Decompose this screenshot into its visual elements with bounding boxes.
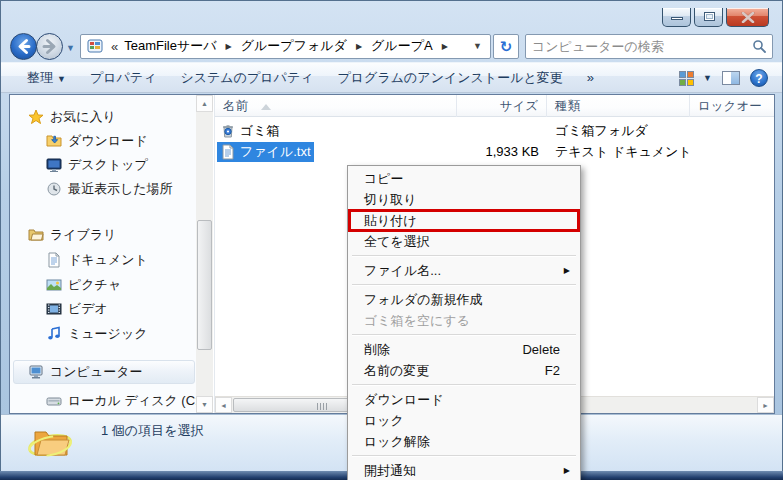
sidebar-item-pictures[interactable]: ピクチャ (46, 275, 121, 295)
breadcrumb-item-server[interactable]: TeamFileサーバ (122, 37, 218, 55)
text-file-icon (220, 144, 236, 160)
breadcrumb-item-groupfolder[interactable]: グループフォルダ (239, 37, 349, 55)
column-header-size[interactable]: サイズ (457, 95, 547, 117)
sidebar-item-downloads[interactable]: ダウンロード (46, 131, 148, 151)
recent-places-icon (46, 181, 62, 197)
file-row-recycle-bin[interactable]: ゴミ箱 ゴミ箱フォルダ (215, 121, 774, 141)
scroll-up-icon[interactable]: ▲ (196, 95, 213, 112)
organize-menu-button[interactable]: 整理▼ (15, 69, 78, 87)
menu-separator (350, 452, 578, 460)
menu-item-cut[interactable]: 切り取り (350, 189, 578, 210)
chevron-down-icon: ▼ (57, 74, 66, 84)
scrollbar-thumb[interactable] (197, 220, 212, 350)
submenu-arrow-icon: ▶ (564, 260, 570, 281)
film-icon (46, 301, 62, 317)
breadcrumb-overflow[interactable]: « (111, 39, 118, 54)
forward-arrow-icon (37, 34, 62, 59)
context-menu: コピー 切り取り 貼り付け 全てを選択 ファイル名... ▶ フォルダの新規作成… (347, 165, 581, 480)
breadcrumb-separator-icon[interactable]: ▶ (219, 42, 239, 51)
sidebar-item-libraries[interactable]: ライブラリ (28, 225, 117, 245)
preview-pane-button[interactable] (722, 71, 740, 85)
sidebar-item-music[interactable]: ミュージック (46, 324, 148, 344)
menu-item-empty-recycle-bin: ゴミ箱を空にする (350, 310, 578, 331)
minimize-icon (671, 17, 683, 20)
disk-drive-icon (46, 393, 62, 409)
address-dropdown-icon[interactable]: ▼ (469, 41, 486, 51)
sidebar-item-recent-places[interactable]: 最近表示した場所 (46, 179, 173, 199)
sidebar-item-videos[interactable]: ビデオ (46, 299, 108, 319)
menu-shortcut: Delete (522, 339, 560, 360)
menu-separator (350, 381, 578, 389)
menu-item-download[interactable]: ダウンロード (350, 389, 578, 410)
sort-ascending-icon (261, 104, 271, 110)
menu-item-copy[interactable]: コピー (350, 168, 578, 189)
column-header-type[interactable]: 種類 (547, 95, 690, 117)
recycle-bin-icon (220, 123, 236, 139)
nav-buttons: ▼ (10, 33, 72, 60)
back-button[interactable] (10, 33, 37, 60)
scroll-right-icon[interactable]: ► (757, 397, 774, 413)
computer-icon (28, 364, 44, 380)
submenu-arrow-icon: ▶ (564, 460, 570, 480)
change-view-button[interactable]: ▼ (679, 69, 712, 85)
column-label: 名前 (223, 99, 248, 113)
menu-item-paste[interactable]: 貼り付け (350, 210, 578, 231)
system-properties-button[interactable]: システムのプロパティ (168, 69, 325, 87)
menu-item-open-notification[interactable]: 開封通知 ▶ (350, 460, 578, 480)
file-row-file-txt[interactable]: ファイル.txt 1,933 KB テキスト ドキュメント (215, 142, 774, 162)
menu-item-delete[interactable]: 削除 Delete (350, 339, 578, 360)
music-note-icon (46, 326, 62, 342)
search-input[interactable] (532, 39, 752, 54)
sidebar-scrollbar[interactable]: ▲ ▼ (196, 95, 213, 413)
scroll-down-icon[interactable]: ▼ (196, 396, 213, 413)
organize-label: 整理 (27, 70, 53, 85)
menu-label: 名前の変更 (364, 363, 429, 378)
teamfile-folder-icon (27, 423, 73, 463)
menu-item-select-all[interactable]: 全てを選択 (350, 231, 578, 252)
help-button[interactable]: ? (750, 69, 768, 87)
star-icon (28, 109, 44, 125)
refresh-button[interactable]: ↻ (493, 34, 519, 59)
menu-item-new-folder[interactable]: フォルダの新規作成 (350, 289, 578, 310)
sidebar-label: ピクチャ (68, 276, 121, 294)
menu-item-lock[interactable]: ロック (350, 410, 578, 431)
menu-item-unlock[interactable]: ロック解除 (350, 431, 578, 452)
sidebar-item-favorites[interactable]: お気に入り (28, 107, 116, 127)
minimize-button[interactable] (662, 8, 691, 27)
sidebar-label: デスクトップ (68, 156, 148, 174)
sidebar-label: 最近表示した場所 (68, 180, 173, 198)
menu-item-rename[interactable]: 名前の変更 F2 (350, 360, 578, 381)
sidebar-label: お気に入り (50, 108, 116, 126)
scroll-left-icon[interactable]: ◄ (215, 397, 232, 413)
sidebar-item-documents[interactable]: ドキュメント (46, 250, 148, 270)
column-header-name[interactable]: 名前 (215, 95, 457, 117)
location-icon (87, 38, 103, 54)
sidebar-item-computer[interactable]: コンピューター (28, 362, 143, 382)
menu-label: ファイル名... (364, 263, 441, 278)
column-header-lockowner[interactable]: ロックオー (690, 95, 783, 117)
navigation-pane: お気に入り ダウンロード デスクトップ (10, 95, 213, 413)
views-grid-icon (679, 71, 694, 86)
restore-button[interactable] (694, 8, 723, 27)
breadcrumb-item-groupa[interactable]: グループA (369, 37, 435, 55)
menu-item-filename[interactable]: ファイル名... ▶ (350, 260, 578, 281)
sidebar-item-desktop[interactable]: デスクトップ (46, 155, 148, 175)
uninstall-program-button[interactable]: プログラムのアンインストールと変更 (326, 69, 575, 87)
close-icon (741, 12, 755, 23)
explorer-window: ▼ « TeamFileサーバ ▶ グループフォルダ ▶ グループA ▶ ▼ ↻ (0, 0, 783, 480)
sidebar-label: コンピューター (50, 363, 143, 381)
close-button[interactable] (726, 8, 769, 27)
menu-label: 削除 (364, 342, 390, 357)
properties-button[interactable]: プロパティ (78, 69, 169, 87)
file-name: ファイル.txt (240, 142, 311, 162)
scrollbar-grip (317, 403, 327, 410)
sidebar-label: ライブラリ (50, 226, 117, 244)
breadcrumb-separator-icon[interactable]: ▶ (349, 42, 369, 51)
forward-button[interactable] (36, 33, 63, 60)
search-icon[interactable] (752, 39, 766, 53)
recent-pages-dropdown[interactable]: ▼ (66, 43, 75, 53)
breadcrumb-separator-icon[interactable]: ▶ (435, 42, 455, 51)
toolbar-overflow-button[interactable]: » (575, 70, 606, 85)
address-bar[interactable]: « TeamFileサーバ ▶ グループフォルダ ▶ グループA ▶ ▼ (80, 34, 491, 59)
sidebar-item-local-disk-c[interactable]: ローカル ディスク (C:) (46, 391, 203, 411)
